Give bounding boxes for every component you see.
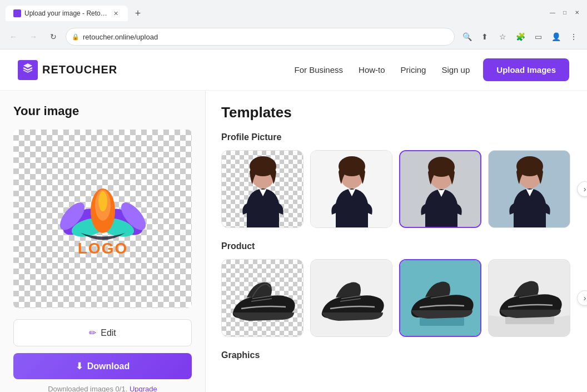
profile-picture-section: Profile Picture (221, 132, 571, 228)
ssl-lock-icon: 🔒 (72, 33, 79, 41)
url-bar[interactable]: 🔒 retoucher.online/upload (66, 28, 455, 46)
profile-picture-row: › (221, 150, 571, 228)
edit-button-label: Edit (101, 328, 116, 338)
right-panel: Templates Profile Picture (206, 91, 587, 392)
templates-title: Templates (221, 104, 571, 121)
navbar: RETOUCHER For Business How-to Pricing Si… (0, 49, 587, 91)
logo-text: RETOUCHER (42, 63, 117, 76)
bookmark-icon[interactable]: ☆ (495, 29, 510, 44)
address-bar: ← → ↻ 🔒 retoucher.online/upload 🔍 ⬆ ☆ 🧩 … (0, 24, 587, 49)
tab-close-button[interactable]: ✕ (111, 9, 120, 18)
product-row: › (221, 259, 571, 337)
close-button[interactable]: ✕ (573, 8, 581, 17)
download-icon: ⬇ (76, 361, 83, 371)
template-card-prod-white[interactable] (310, 259, 392, 337)
svg-point-9 (98, 191, 107, 211)
template-card-prod-transparent[interactable] (221, 259, 304, 337)
url-text: retoucher.online/upload (83, 33, 158, 41)
download-info: Downloaded images 0/1. Upgrade (13, 385, 192, 392)
forward-button[interactable]: → (26, 29, 41, 44)
profile-picture-scroll-right[interactable]: › (577, 181, 587, 197)
product-section: Product (221, 241, 571, 337)
graphics-section-title: Graphics (221, 350, 571, 360)
share-icon[interactable]: ⬆ (477, 29, 493, 44)
template-card-prod-lightbox[interactable] (488, 259, 570, 337)
image-preview: LOGO (13, 130, 192, 308)
page-content: RETOUCHER For Business How-to Pricing Si… (0, 49, 587, 392)
logo-preview-container: LOGO (47, 180, 158, 258)
search-icon[interactable]: 🔍 (459, 29, 475, 44)
product-section-title: Product (221, 241, 571, 251)
restore-button[interactable]: □ (560, 8, 569, 17)
profile-picture-section-title: Profile Picture (221, 132, 571, 142)
template-card-pp-grey[interactable] (399, 150, 481, 228)
browser-tab[interactable]: Upload your image - Retoucher ✕ (6, 6, 128, 21)
edit-icon: ✏ (89, 328, 96, 338)
download-count-text: Downloaded images 0/1. (48, 385, 127, 392)
upload-images-button[interactable]: Upload Images (483, 58, 569, 81)
svg-text:LOGO: LOGO (77, 240, 127, 257)
your-image-title: Your image (13, 104, 192, 118)
minimize-button[interactable]: — (548, 8, 557, 17)
url-actions: 🔍 ⬆ ☆ 🧩 ▭ 👤 ⋮ (459, 29, 581, 44)
main-layout: Your image (0, 91, 587, 392)
template-card-prod-teal[interactable] (399, 259, 481, 337)
logo-preview-svg: LOGO (47, 180, 158, 258)
new-tab-button[interactable]: + (130, 6, 146, 21)
download-button-label: Download (87, 361, 130, 371)
nav-links: For Business How-to Pricing Sign up (295, 65, 470, 75)
logo[interactable]: RETOUCHER (18, 60, 117, 80)
upgrade-link[interactable]: Upgrade (130, 385, 157, 392)
reload-button[interactable]: ↻ (46, 29, 61, 44)
titlebar: Upload your image - Retoucher ✕ + — □ ✕ (0, 0, 587, 24)
nav-how-to[interactable]: How-to (359, 65, 385, 75)
tab-favicon (13, 9, 21, 17)
product-scroll-right[interactable]: › (577, 290, 587, 306)
browser-chrome: Upload your image - Retoucher ✕ + — □ ✕ … (0, 0, 587, 49)
back-button[interactable]: ← (6, 29, 21, 44)
nav-sign-up[interactable]: Sign up (441, 65, 470, 75)
menu-icon[interactable]: ⋮ (566, 29, 581, 44)
logo-icon (18, 60, 38, 80)
profile-icon[interactable]: 👤 (548, 29, 564, 44)
template-card-pp-white[interactable] (310, 150, 392, 228)
graphics-section: Graphics (221, 350, 571, 360)
window-controls: — □ ✕ (548, 8, 581, 17)
tab-title: Upload your image - Retoucher (24, 9, 108, 17)
edit-button[interactable]: ✏ Edit (13, 319, 192, 346)
template-card-pp-transparent[interactable] (221, 150, 304, 228)
tab-strip-icon[interactable]: ▭ (530, 29, 546, 44)
template-card-pp-blue[interactable] (488, 150, 570, 228)
download-button[interactable]: ⬇ Download (13, 353, 192, 379)
nav-for-business[interactable]: For Business (295, 65, 344, 75)
left-panel: Your image (0, 91, 206, 392)
extension-icon[interactable]: 🧩 (513, 29, 528, 44)
nav-pricing[interactable]: Pricing (401, 65, 426, 75)
